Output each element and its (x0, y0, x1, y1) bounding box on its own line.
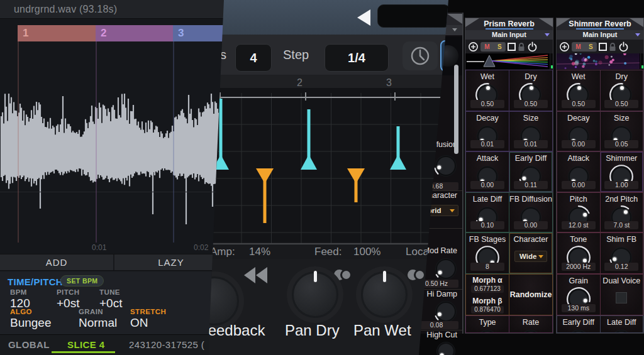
param-label: Grain (557, 276, 600, 285)
cell-dry[interactable]: Dry0.50 (601, 70, 643, 111)
solo-button[interactable]: S (497, 43, 502, 50)
power-icon[interactable] (618, 41, 629, 52)
rewind-icon[interactable] (244, 267, 268, 283)
cell-decay[interactable]: Decay0.00 (557, 112, 600, 151)
knob-pan-dry[interactable] (287, 266, 343, 323)
param-knob[interactable] (433, 256, 458, 281)
tab-global[interactable]: GLOBAL (8, 339, 50, 350)
knob-indicator (356, 266, 413, 323)
select-checkbox[interactable] (508, 43, 516, 51)
param-value: 0.00 (562, 181, 596, 189)
cell-grain[interactable]: Grain130 ms (557, 275, 600, 315)
solo-button[interactable]: S (589, 43, 593, 50)
cell-attack[interactable]: Attack0.00 (466, 152, 509, 192)
input-selector[interactable]: Main Input (557, 30, 643, 40)
steps-value-box[interactable]: 4 (235, 44, 272, 72)
param-label: Pitch (557, 195, 600, 204)
preset-display-box[interactable] (377, 4, 450, 28)
rack-scrollbar[interactable] (454, 65, 458, 154)
param-value-pitch[interactable]: +0st (57, 297, 79, 310)
mute-solo-pill: MS (480, 42, 506, 52)
chevron-down-icon (452, 28, 457, 31)
param-knob[interactable] (566, 328, 591, 332)
cell-size[interactable]: Size0.05 (601, 112, 643, 151)
step-division-box[interactable]: 1/4 (325, 44, 389, 72)
strip-control-row: MS (557, 40, 643, 53)
param-value-algo[interactable]: Bungee (10, 316, 52, 330)
back-triangle-icon[interactable] (357, 9, 370, 26)
add-icon[interactable] (468, 41, 479, 52)
param-knob[interactable] (435, 340, 457, 355)
mute-button[interactable]: M (484, 43, 489, 50)
cell-early-diff[interactable]: Early Diff (557, 316, 600, 332)
slice-boundary-line[interactable] (96, 41, 97, 243)
tab-243120-317525-[interactable]: 243120-317525 ( (129, 339, 204, 350)
param-label-pitch: PITCH (57, 288, 80, 296)
cell-randomize[interactable]: Randomize (509, 275, 552, 315)
param-label: Size (601, 114, 643, 123)
param-label: Attack (466, 154, 509, 163)
lock-icon[interactable] (609, 42, 616, 52)
checkbox-dual-voice[interactable] (616, 292, 627, 303)
cell-rate[interactable]: Rate (509, 316, 552, 332)
lazy-slice-button[interactable]: LAZY (114, 254, 228, 270)
param-value: 0.50 (514, 100, 548, 108)
set-bpm-button[interactable]: SET BPM (60, 275, 104, 287)
param-value-grain[interactable]: Normal (79, 316, 117, 330)
param-label: Type (466, 318, 509, 327)
param-value[interactable]: 0.677123 (471, 285, 504, 293)
cell-morph[interactable]: Morph α0.677123Morph β0.876470 (466, 275, 509, 315)
cell-attack[interactable]: Attack0.00 (557, 152, 600, 192)
sync-clock-button[interactable] (402, 41, 438, 70)
param-label-algo: ALGO (10, 308, 32, 315)
cell-early-diff[interactable]: Early Diff0.11 (509, 152, 552, 192)
input-selector[interactable]: Main Input (465, 30, 553, 40)
cell-shimmer[interactable]: Shimmer1.00 (601, 152, 643, 192)
lock-icon[interactable] (518, 42, 525, 52)
cell-character[interactable]: CharacterWide (509, 233, 552, 274)
power-icon[interactable] (527, 41, 538, 52)
cell-late-diff[interactable]: Late Diff0.10 (466, 193, 509, 232)
param-knob[interactable] (475, 328, 500, 332)
select-checkbox[interactable] (599, 43, 607, 51)
cell-shim-fb[interactable]: Shim FB0.12 (601, 233, 643, 274)
param-value-stretch[interactable]: ON (130, 316, 148, 330)
cell-pitch[interactable]: Pitch12.0 st (557, 193, 600, 232)
cell-dual-voice[interactable]: Dual Voice (601, 275, 643, 315)
param-knob[interactable] (518, 328, 543, 332)
cell-2nd-pitch[interactable]: 2nd Pitch7.0 st (601, 193, 643, 232)
preset-art-bokeh (557, 53, 643, 69)
cell-dry[interactable]: Dry0.50 (509, 70, 552, 111)
param-value[interactable]: 0.876470 (471, 306, 504, 314)
param-value: 12.0 st (562, 221, 596, 229)
param-knob[interactable] (433, 299, 458, 324)
cell-wet[interactable]: Wet0.50 (466, 70, 509, 111)
param-knob[interactable] (609, 328, 634, 332)
slice-boundary-line[interactable] (18, 41, 19, 243)
dropdown-character[interactable]: Wide (514, 251, 547, 262)
add-slice-button[interactable]: ADD (0, 254, 113, 270)
cell-size[interactable]: Size0.01 (509, 112, 552, 151)
slice-boundary-line[interactable] (173, 41, 174, 243)
cell-wet[interactable]: Wet0.50 (557, 70, 600, 111)
param-row: Morph α0.677123Morph β0.876470Randomize (465, 274, 553, 315)
add-icon[interactable] (559, 41, 570, 52)
corner-fold-icon (447, 14, 462, 24)
time-pitch-panel: TIME/PITCH SET BPM BPM120PITCH+0stTUNE+0… (0, 271, 228, 334)
cell-fb-stages[interactable]: FB Stages8 (466, 233, 509, 274)
button-randomize[interactable]: Randomize (509, 275, 552, 315)
knob-label: Pan Wet (353, 322, 411, 339)
cell-decay[interactable]: Decay0.01 (466, 112, 509, 151)
channel-strip-shimmer-reverb: Shimmer ReverbMain InputMSWet0.50Dry0.50… (556, 18, 644, 334)
param-knob[interactable] (433, 153, 458, 178)
feed-label: Feed: (314, 246, 341, 258)
cell-fb-diffusion[interactable]: FB Diffusion0.00 (509, 193, 552, 232)
knob-pan-wet[interactable] (356, 266, 413, 323)
cell-tone[interactable]: Tone2000 Hz (557, 233, 600, 274)
mute-button[interactable]: M (575, 43, 580, 50)
tab-slice-4[interactable]: SLICE 4 (67, 339, 104, 350)
param-value: 0.10 (470, 221, 504, 229)
cell-type[interactable]: Type (466, 316, 509, 332)
param-row: Decay0.01Size0.01 (465, 111, 553, 152)
cell-late-diff[interactable]: Late Diff (601, 316, 643, 332)
